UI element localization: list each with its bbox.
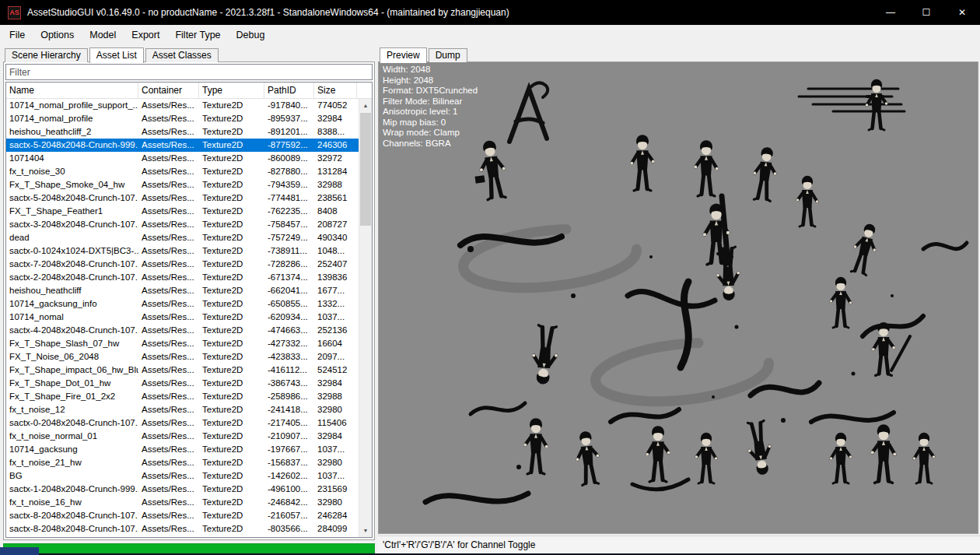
cell-type: Texture2D xyxy=(199,178,264,191)
preview-info-line: Format: DXT5Crunched xyxy=(383,86,478,97)
cell-container: Assets/Res... xyxy=(138,139,199,152)
tab-scene-hierarchy[interactable]: Scene Hierarchy xyxy=(5,48,88,62)
close-button[interactable]: ✕ xyxy=(944,0,980,25)
cell-name: dead xyxy=(6,231,138,244)
cell-container: Assets/Res... xyxy=(138,165,199,178)
cell-type: Texture2D xyxy=(199,390,264,403)
cell-name: FX_T_Noise_06_2048 xyxy=(6,350,138,364)
table-row[interactable]: fx_t_noise_normal_01Assets/Res...Texture… xyxy=(6,430,359,443)
cell-size: 16604 xyxy=(314,337,357,350)
table-row[interactable]: sactx-5-2048x2048-Crunch-107...Assets/Re… xyxy=(6,191,359,205)
column-header-type[interactable]: Type xyxy=(199,83,264,98)
scroll-thumb[interactable] xyxy=(360,113,371,226)
column-header-size[interactable]: Size xyxy=(314,83,357,98)
cell-pathid: -895937... xyxy=(264,112,314,125)
table-row[interactable]: sactx-5-2048x2048-Crunch-999...Assets/Re… xyxy=(6,139,359,152)
table-row[interactable]: Fx_T_Shape_Dot_01_hwAssets/Res...Texture… xyxy=(6,377,359,390)
column-header-name[interactable]: Name xyxy=(6,83,138,98)
cell-name: sactx-2-2048x2048-Crunch-107... xyxy=(6,271,138,284)
preview-info-line: Mip map bias: 0 xyxy=(383,118,478,128)
cell-container: Assets/Res... xyxy=(138,496,199,509)
table-row[interactable]: Fx_T_Shape_impact_06_hw_BlurAssets/Res..… xyxy=(6,364,359,377)
column-header-container[interactable]: Container xyxy=(138,83,199,98)
table-row[interactable]: fx_t_noise_12Assets/Res...Texture2D-2414… xyxy=(6,403,359,416)
table-row[interactable]: Fx_T_Shape_Smoke_04_hwAssets/Res...Textu… xyxy=(6,178,359,191)
cell-type: Texture2D xyxy=(199,337,264,350)
table-row[interactable]: BGAssets/Res...Texture2D-142602...1037..… xyxy=(6,469,359,483)
table-row[interactable]: FX_T_Shape_Feather1Assets/Res...Texture2… xyxy=(6,205,359,218)
table-row[interactable]: 10714_gacksung_infoAssets/Res...Texture2… xyxy=(6,297,359,311)
menu-item-filter-type[interactable]: Filter Type xyxy=(167,25,228,45)
table-row[interactable]: sactx-3-2048x2048-Crunch-107...Assets/Re… xyxy=(6,218,359,231)
table-row[interactable]: 10714_nomal_profileAssets/Res...Texture2… xyxy=(6,112,359,125)
table-row[interactable]: 1071404Assets/Res...Texture2D-860089...3… xyxy=(6,152,359,165)
table-row[interactable]: FX_T_Noise_06_2048Assets/Res...Texture2D… xyxy=(6,350,359,364)
cell-size: 490340 xyxy=(314,231,357,244)
table-row[interactable]: 10714_nomalAssets/Res...Texture2D-620934… xyxy=(6,311,359,324)
cell-size: 139836 xyxy=(314,271,357,284)
menu-item-debug[interactable]: Debug xyxy=(229,25,273,45)
filter-input[interactable] xyxy=(5,64,373,80)
table-row[interactable]: 10714_nomal_profile_support_...Assets/Re… xyxy=(6,99,359,112)
table-row[interactable]: sactx-4-2048x2048-Crunch-107...Assets/Re… xyxy=(6,324,359,337)
cell-size: 32984 xyxy=(314,112,357,125)
tab-dump[interactable]: Dump xyxy=(429,48,467,62)
cell-pathid: -246842... xyxy=(264,496,314,509)
column-header-pathid[interactable]: PathID xyxy=(264,83,314,98)
minimize-button[interactable]: — xyxy=(873,0,908,25)
cell-type: Texture2D xyxy=(199,231,264,244)
table-row[interactable]: sactx-8-2048x2048-Crunch-107...Assets/Re… xyxy=(6,522,359,536)
maximize-button[interactable]: ☐ xyxy=(908,0,944,25)
table-row[interactable]: Fx_T_Shape_Slash_07_hwAssets/Res...Textu… xyxy=(6,337,359,350)
cell-pathid: -210907... xyxy=(264,430,314,443)
tab-asset-list[interactable]: Asset List xyxy=(89,47,144,63)
asset-list-page: NameContainerTypePathIDSize 10714_nomal_… xyxy=(3,61,375,540)
preview-info-line: Filter Mode: Bilinear xyxy=(383,97,478,107)
cell-type: Texture2D xyxy=(199,443,264,456)
scroll-down-button[interactable]: ▼ xyxy=(359,524,372,537)
table-row[interactable]: sactx-2-2048x2048-Crunch-107...Assets/Re… xyxy=(6,271,359,284)
taskbar-chip xyxy=(0,547,39,555)
rows-container: 10714_nomal_profile_support_...Assets/Re… xyxy=(6,99,359,537)
cell-size: 131284 xyxy=(314,165,357,178)
cell-name: 10714_nomal_profile xyxy=(6,112,138,125)
table-row[interactable]: fx_t_noise_30Assets/Res...Texture2D-8278… xyxy=(6,165,359,178)
scroll-up-button[interactable]: ▲ xyxy=(359,99,372,112)
menu-item-file[interactable]: File xyxy=(2,25,33,45)
cell-container: Assets/Res... xyxy=(138,152,199,165)
cell-pathid: -142602... xyxy=(264,469,314,483)
table-row[interactable]: sactx-0-2048x2048-Crunch-107...Assets/Re… xyxy=(6,416,359,430)
right-tab-strip: PreviewDump xyxy=(378,47,978,62)
cell-container: Assets/Res... xyxy=(138,99,199,112)
close-icon: ✕ xyxy=(958,7,966,18)
table-row[interactable]: deadAssets/Res...Texture2D-757249...4903… xyxy=(6,231,359,244)
table-row[interactable]: sactx-0-1024x1024-DXT5|BC3-...Assets/Res… xyxy=(6,244,359,258)
preview-info-line: Wrap mode: Clamp xyxy=(383,128,478,139)
tab-asset-classes[interactable]: Asset Classes xyxy=(145,48,219,62)
table-row[interactable]: Fx_T_Shape_Fire_01_2x2Assets/Res...Textu… xyxy=(6,390,359,403)
status-text: 'Ctrl'+'R'/'G'/'B'/'A' for Channel Toggl… xyxy=(383,539,535,550)
cell-name: sactx-8-2048x2048-Crunch-107... xyxy=(6,509,138,522)
table-row[interactable]: sactx-8-2048x2048-Crunch-107...Assets/Re… xyxy=(6,509,359,522)
cell-type: Texture2D xyxy=(199,258,264,271)
table-row[interactable]: fx_t_noise_16_hwAssets/Res...Texture2D-2… xyxy=(6,496,359,509)
menu-item-model[interactable]: Model xyxy=(82,25,124,45)
menu-item-export[interactable]: Export xyxy=(124,25,167,45)
vertical-scrollbar[interactable]: ▲ ▼ xyxy=(359,99,372,537)
cell-size: 1332... xyxy=(314,297,357,311)
table-row[interactable]: heishou_heathcliffAssets/Res...Texture2D… xyxy=(6,284,359,297)
cell-name: 10714_nomal_profile_support_... xyxy=(6,99,138,112)
cell-container: Assets/Res... xyxy=(138,311,199,324)
cell-pathid: -671374... xyxy=(264,271,314,284)
table-row[interactable]: heishou_heathcliff_2Assets/Res...Texture… xyxy=(6,125,359,139)
table-row[interactable]: sactx-1-2048x2048-Crunch-999...Assets/Re… xyxy=(6,483,359,496)
tab-preview[interactable]: Preview xyxy=(380,47,427,63)
cell-type: Texture2D xyxy=(199,311,264,324)
cell-name: sactx-0-2048x2048-Crunch-107... xyxy=(6,416,138,430)
table-row[interactable]: fx_t_noise_21_hwAssets/Res...Texture2D-1… xyxy=(6,456,359,469)
table-row[interactable]: sactx-7-2048x2048-Crunch-107...Assets/Re… xyxy=(6,258,359,271)
title-bar: AS AssetStudioGUI v0.16.49.0 - no produc… xyxy=(0,0,980,25)
table-row[interactable]: 10714_gacksungAssets/Res...Texture2D-197… xyxy=(6,443,359,456)
menu-item-options[interactable]: Options xyxy=(33,25,82,45)
cell-name: fx_t_noise_21_hw xyxy=(6,456,138,469)
